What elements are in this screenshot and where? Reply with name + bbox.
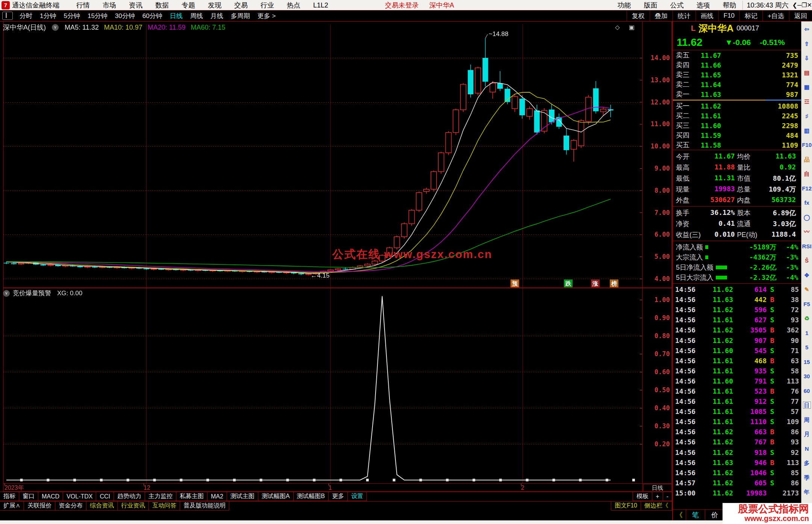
period-n-icon[interactable]: N <box>801 443 812 458</box>
window-restore-button[interactable]: ❐ <box>801 2 807 8</box>
tab-扩展∧[interactable]: 扩展∧ <box>0 501 24 510</box>
period-5-icon[interactable]: 5 <box>801 342 812 356</box>
tab-侧边栏《[interactable]: 侧边栏《 <box>641 501 672 510</box>
menu-item-交易[interactable]: 交易 <box>228 2 254 9</box>
tab-MACD[interactable]: MACD <box>38 492 63 501</box>
tab-MA2[interactable]: MA2 <box>207 492 227 501</box>
tick-row[interactable]: 14:5611.61523B76 <box>673 386 801 396</box>
tick-row[interactable]: 14:5611.62596S72 <box>673 305 801 315</box>
sell-row[interactable]: 卖二11.64774 <box>673 80 801 89</box>
current-stock-status[interactable]: 深中华A <box>424 1 459 10</box>
tick-row[interactable]: 14:5611.60791S113 <box>673 376 801 386</box>
stock-s-icon[interactable]: Ŝ <box>801 255 812 270</box>
period-quarter-icon[interactable]: 季 <box>801 472 812 487</box>
tab-综合资讯[interactable]: 综合资讯 <box>86 501 118 510</box>
tab-测试幅图B[interactable]: 测试幅图B <box>293 492 329 501</box>
menu-item-公式[interactable]: 公式 <box>664 2 690 9</box>
menu-item-行业[interactable]: 行业 <box>254 2 280 9</box>
chevron-down-icon[interactable]: ∨ <box>52 24 59 31</box>
chevron-down-icon[interactable]: ∨ <box>3 290 10 297</box>
chart-corner-icons[interactable]: ◇ ▣ <box>615 24 638 31</box>
menu-item-功能[interactable]: 功能 <box>611 2 637 9</box>
tab-测试主图[interactable]: 测试主图 <box>227 492 258 501</box>
tab-窗口[interactable]: 窗口 <box>19 492 38 501</box>
menu-item-市场[interactable]: 市场 <box>96 2 123 9</box>
layout-toggle-icon[interactable]: ▎ <box>2 12 13 20</box>
toolbar-button-返回[interactable]: 返回 <box>789 11 812 21</box>
rsi-icon[interactable]: RSI <box>801 241 812 255</box>
scroll-down-icon[interactable]: ⇩ <box>801 53 812 67</box>
tab-普及版功能说明[interactable]: 普及版功能说明 <box>180 501 229 510</box>
period-多周期[interactable]: 多周期 <box>227 12 254 20</box>
nav-back-icon[interactable]: ⇦ <box>801 24 812 38</box>
tick-row[interactable]: 14:5611.63946B113 <box>673 458 801 468</box>
toolbar-button-复权[interactable]: 复权 <box>627 11 650 21</box>
scroll-up-icon[interactable]: ⇧ <box>801 38 812 53</box>
menu-item-资讯[interactable]: 资讯 <box>123 2 149 9</box>
tab-设置[interactable]: 设置 <box>347 492 367 501</box>
tab-+[interactable]: + <box>652 492 663 501</box>
buy-row[interactable]: 买一11.6210808 <box>673 101 801 111</box>
circle-icon[interactable]: ◯ <box>801 212 812 227</box>
period-label-box[interactable]: 日线 <box>643 484 672 492</box>
period-1-icon[interactable]: 1 <box>801 328 812 342</box>
tab-模板[interactable]: 模板 <box>633 492 652 501</box>
tick-row[interactable]: 14:5611.611085S57 <box>673 406 801 417</box>
f5-icon[interactable]: F5 <box>801 299 812 313</box>
stock-name[interactable]: 深中华A <box>698 22 733 35</box>
tick-row[interactable]: 14:5611.611110S109 <box>673 417 801 427</box>
tick-row[interactable]: 14:5611.62907B90 <box>673 335 801 345</box>
relation-icon[interactable]: 品 <box>801 154 812 169</box>
period-year-icon[interactable]: 年 <box>801 486 812 501</box>
tab-指标[interactable]: 指标 <box>0 492 19 501</box>
menu-item-帮助[interactable]: 帮助 <box>716 2 742 9</box>
tab-行业资讯[interactable]: 行业资讯 <box>117 501 149 510</box>
tick-row[interactable]: 14:5611.623505B362 <box>673 325 801 335</box>
f12-icon[interactable]: F12 <box>801 183 812 198</box>
buy-row[interactable]: 买四11.59484 <box>673 130 801 140</box>
tick-row[interactable]: 14:5711.62605S86 <box>673 478 801 488</box>
tick-row[interactable]: 14:5611.621046S85 <box>673 468 801 478</box>
period-5分钟[interactable]: 5分钟 <box>60 12 83 20</box>
sell-row[interactable]: 卖五11.67735 <box>673 50 801 60</box>
tab-资金分布[interactable]: 资金分布 <box>55 501 86 510</box>
quote-grid-icon[interactable]: ▦ <box>801 82 812 96</box>
tab-私募主图[interactable]: 私募主图 <box>176 492 208 501</box>
period-60分钟[interactable]: 60分钟 <box>139 12 166 20</box>
period-15-icon[interactable]: 15 <box>801 356 812 371</box>
menu-item-行情[interactable]: 行情 <box>70 2 96 9</box>
toolbar-button-+自选[interactable]: +自选 <box>762 11 789 21</box>
period-month-icon[interactable]: 月 <box>801 429 812 443</box>
refresh-icon[interactable]: ♻ <box>801 313 812 328</box>
tick-row[interactable]: 14:5611.62918S92 <box>673 447 801 458</box>
f10-icon[interactable]: F10 <box>801 139 812 154</box>
report-icon[interactable]: ▤ <box>801 67 812 82</box>
buy-row[interactable]: 买二11.612245 <box>673 111 801 121</box>
menu-item-选项[interactable]: 选项 <box>690 2 716 9</box>
wave-icon[interactable]: 〰 <box>801 226 812 241</box>
toolbar-button-统计[interactable]: 统计 <box>673 11 695 21</box>
tick-row[interactable]: 14:5611.63442B38 <box>673 294 801 305</box>
period-multi-icon[interactable]: 多 <box>801 458 812 472</box>
quote-tab-笔[interactable]: 笔 <box>686 510 705 520</box>
tick-row[interactable]: 14:5611.61468B63 <box>673 356 801 366</box>
period-周线[interactable]: 周线 <box>186 12 207 20</box>
sell-row[interactable]: 卖一11.63987 <box>673 89 801 99</box>
sell-row[interactable]: 卖三11.651321 <box>673 70 801 80</box>
panel-button-跌[interactable]: 跌 <box>564 279 573 287</box>
trade-login-status[interactable]: 交易未登录 <box>380 1 424 10</box>
tab-关联报价[interactable]: 关联报价 <box>24 501 55 510</box>
menu-item-热点[interactable]: 热点 <box>280 2 307 9</box>
window-close-button[interactable]: ✕ <box>807 2 812 8</box>
tick-row[interactable]: 14:5611.61627S93 <box>673 315 801 325</box>
tab-CCI[interactable]: CCI <box>96 492 114 501</box>
tab--[interactable]: - <box>663 492 672 501</box>
news-icon[interactable]: ▥ <box>801 125 812 140</box>
period-1分钟[interactable]: 1分钟 <box>36 12 60 20</box>
period-60-icon[interactable]: 60 <box>801 385 812 400</box>
draw-icon[interactable]: ✎ <box>801 284 812 299</box>
tab-测试幅图A[interactable]: 测试幅图A <box>258 492 294 501</box>
menu-item-L1L2[interactable]: L1L2 <box>307 2 335 9</box>
tick-row[interactable]: 14:5611.61912S77 <box>673 396 801 406</box>
buy-row[interactable]: 买五11.581109 <box>673 140 801 150</box>
